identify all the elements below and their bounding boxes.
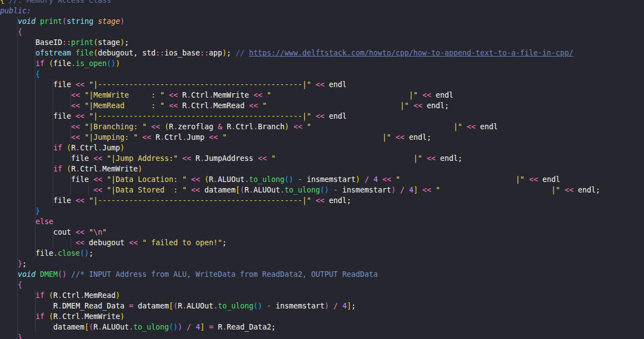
code-token: "|MemWrite : " bbox=[84, 91, 164, 99]
code-line[interactable]: if (R.Ctrl.MemWrite) bbox=[0, 311, 644, 322]
code-token: R bbox=[71, 144, 76, 152]
code-token: << bbox=[529, 175, 538, 184]
indent-guides bbox=[0, 79, 53, 90]
code-token bbox=[4, 0, 9, 4]
code-token: << bbox=[93, 186, 102, 194]
code-line[interactable]: << "|Branching: " << (R.zeroflag & R.Ctr… bbox=[0, 122, 644, 132]
code-token: ALUOut bbox=[187, 302, 213, 310]
code-token: debugout bbox=[84, 239, 129, 247]
code-line[interactable]: << "|MemWrite : " << R.Ctrl.MemWrite << … bbox=[0, 90, 644, 100]
code-token bbox=[360, 175, 365, 184]
code-token bbox=[138, 239, 142, 247]
indent-guides bbox=[0, 111, 53, 122]
code-token: \n bbox=[93, 228, 102, 236]
indent-guides bbox=[0, 122, 71, 132]
code-line[interactable]: << "|Jumping: " << R.Ctrl.Jump << " |" <… bbox=[0, 132, 644, 143]
code-token: void bbox=[18, 17, 36, 26]
code-line[interactable]: ofstream file(debugout, std::ios_base::a… bbox=[0, 48, 644, 58]
code-token: << bbox=[422, 91, 431, 99]
code-token: . bbox=[58, 312, 62, 321]
code-line[interactable]: } bbox=[0, 206, 644, 216]
code-line[interactable]: file.close(); bbox=[0, 248, 644, 259]
code-token: public: bbox=[0, 7, 31, 15]
code-token: Jump bbox=[102, 144, 120, 152]
code-token: " |" bbox=[436, 186, 560, 194]
code-line[interactable]: void print(string stage) bbox=[0, 16, 644, 27]
code-line[interactable]: datamem[(R.ALUOut.to_ulong()) / 4] = R.R… bbox=[0, 322, 644, 332]
code-token: R bbox=[93, 323, 98, 331]
code-line[interactable]: if (file.is_open()) bbox=[0, 58, 644, 69]
code-line[interactable]: { bbox=[0, 280, 644, 290]
code-line[interactable]: { //: Memory Access Class bbox=[0, 0, 644, 6]
code-token: Ctrl bbox=[191, 91, 209, 99]
code-line[interactable]: file << "|------------------------------… bbox=[0, 111, 644, 122]
code-token: //* INPUT Address from ALU, WriteData fr… bbox=[71, 270, 378, 279]
code-token: ; bbox=[89, 249, 93, 257]
code-token: ) bbox=[120, 38, 124, 47]
code-line[interactable]: if (R.Ctrl.Jump) bbox=[0, 143, 644, 153]
code-token: Ctrl bbox=[235, 123, 253, 131]
code-token: //: Memory Access Class bbox=[9, 0, 111, 4]
indent-guides bbox=[0, 227, 53, 237]
code-token: ) bbox=[120, 312, 124, 321]
code-token: ( bbox=[49, 312, 53, 321]
code-token: ( bbox=[67, 144, 71, 152]
code-line[interactable]: R.DMEM_Read_Data = datamem[(R.ALUOut.to_… bbox=[0, 301, 644, 311]
code-token bbox=[93, 17, 98, 26]
code-token: . bbox=[53, 249, 58, 257]
code-line[interactable]: cout << "\n" bbox=[0, 227, 644, 237]
code-token: ] bbox=[347, 302, 351, 310]
code-token: << bbox=[315, 112, 324, 120]
code-line[interactable]: file << "|Jump Address:" << R.JumpAddres… bbox=[0, 153, 644, 164]
code-token: ) bbox=[391, 186, 396, 194]
indent-guides bbox=[0, 248, 36, 259]
code-line[interactable]: } bbox=[0, 332, 644, 339]
code-line[interactable]: << debugout << " failed to open!"; bbox=[0, 237, 644, 248]
code-token: () bbox=[107, 59, 115, 68]
code-token: else bbox=[36, 217, 53, 226]
code-line[interactable]: if (R.Ctrl.MemWrite) bbox=[0, 164, 644, 174]
code-token: R bbox=[178, 102, 187, 110]
code-token: () bbox=[320, 186, 329, 194]
code-token bbox=[329, 186, 334, 194]
code-token: void bbox=[18, 270, 36, 279]
code-token: ) bbox=[325, 302, 329, 310]
code-line[interactable]: file << "|Data Location: " << (R.ALUOut.… bbox=[0, 174, 644, 185]
code-token: " |" bbox=[266, 91, 417, 99]
code-token: R bbox=[53, 291, 58, 300]
code-line[interactable]: file << "|------------------------------… bbox=[0, 195, 644, 206]
code-token: / bbox=[334, 302, 338, 310]
code-token: ) bbox=[285, 123, 289, 131]
code-token: Ctrl bbox=[62, 291, 80, 300]
code-line[interactable]: public: bbox=[0, 6, 644, 16]
code-line[interactable]: << "|Data Stored : " << datamem[(R.ALUOu… bbox=[0, 185, 644, 195]
code-token: :: bbox=[155, 49, 164, 57]
code-line[interactable]: if (R.Ctrl.MemRead) bbox=[0, 290, 644, 301]
code-token: endl bbox=[324, 80, 346, 89]
code-token: "|Branching: " bbox=[84, 123, 147, 131]
code-line[interactable]: { bbox=[0, 69, 644, 79]
indent-guides bbox=[0, 332, 18, 339]
indent-guides bbox=[0, 27, 18, 37]
code-editor[interactable]: { //: Memory Access Classpublic: void pr… bbox=[0, 0, 644, 339]
code-token: string bbox=[67, 17, 93, 26]
code-line[interactable]: BaseID::print(stage); bbox=[0, 37, 644, 48]
code-token: } bbox=[18, 333, 22, 339]
code-line[interactable]: { bbox=[0, 27, 644, 37]
code-token: << bbox=[71, 133, 80, 141]
code-token: ; bbox=[351, 302, 356, 310]
code-token: endl; bbox=[405, 133, 431, 141]
indent-guides bbox=[0, 100, 71, 111]
code-token: << bbox=[129, 239, 138, 247]
code-line[interactable]: else bbox=[0, 216, 644, 227]
code-token: R bbox=[71, 165, 76, 173]
code-token: // bbox=[235, 49, 249, 57]
code-line[interactable]: file << "|------------------------------… bbox=[0, 79, 644, 90]
code-token: ) bbox=[120, 144, 124, 152]
code-token: if bbox=[36, 291, 44, 300]
code-line[interactable]: << "|MemRead : " << R.Ctrl.MemRead << " … bbox=[0, 100, 644, 111]
code-line[interactable]: }; bbox=[0, 259, 644, 269]
code-token bbox=[391, 133, 396, 141]
code-line[interactable]: void DMEM() //* INPUT Address from ALU, … bbox=[0, 269, 644, 280]
code-token bbox=[405, 186, 409, 194]
